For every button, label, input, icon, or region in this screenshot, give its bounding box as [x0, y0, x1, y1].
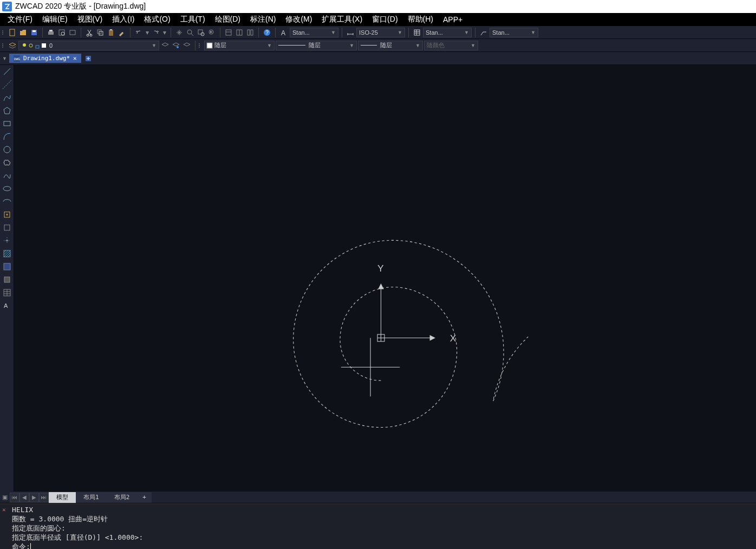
zoom-previous-icon[interactable] — [207, 28, 217, 37]
cut-icon[interactable] — [84, 28, 94, 37]
tab-layout1[interactable]: 布局1 — [76, 492, 107, 503]
table-style-icon[interactable] — [412, 28, 422, 37]
new-icon[interactable] — [8, 28, 17, 37]
svg-rect-23 — [247, 30, 250, 35]
insert-block-icon[interactable] — [2, 209, 12, 220]
svg-point-46 — [3, 186, 11, 191]
print-preview-icon[interactable] — [57, 28, 67, 37]
pan-icon[interactable] — [174, 28, 184, 37]
print-icon[interactable] — [46, 28, 56, 37]
text-style-combo[interactable]: Stan...▼ — [290, 28, 338, 37]
tab-model[interactable]: 模型 — [49, 492, 76, 503]
linetype-combo[interactable]: 随层▼ — [276, 41, 357, 50]
toolbar-grip[interactable] — [2, 43, 5, 48]
make-block-icon[interactable] — [2, 222, 12, 233]
tab-last-icon[interactable]: ⏭ — [39, 493, 49, 502]
tab-first-icon[interactable]: ⏮ — [10, 493, 19, 502]
command-input[interactable] — [31, 542, 753, 549]
svg-text:A: A — [281, 29, 285, 37]
match-props-icon[interactable] — [117, 28, 127, 37]
polyline-icon[interactable] — [2, 92, 12, 103]
dim-style-combo[interactable]: ISO-25▼ — [356, 28, 405, 37]
save-icon[interactable] — [29, 28, 39, 37]
close-icon[interactable]: ✕ — [73, 55, 77, 62]
ellipse-arc-icon[interactable] — [2, 196, 12, 207]
mtext-icon[interactable]: A — [2, 300, 12, 311]
copy-icon[interactable] — [95, 28, 105, 37]
toolbar-grip[interactable] — [2, 30, 5, 35]
layer-manager-icon[interactable] — [8, 41, 17, 50]
menu-window[interactable]: 窗口(D) — [368, 14, 402, 25]
ellipse-icon[interactable] — [2, 183, 12, 194]
table-style-value: Stan... — [426, 29, 443, 36]
menu-edit[interactable]: 编辑(E) — [38, 14, 72, 25]
menu-file[interactable]: 文件(F) — [3, 14, 37, 25]
xline-icon[interactable] — [2, 79, 12, 90]
tab-add[interactable]: + — [137, 492, 152, 503]
color-combo[interactable]: 随层▼ — [204, 41, 275, 50]
menu-dimension[interactable]: 标注(N) — [246, 14, 280, 25]
open-icon[interactable] — [18, 28, 28, 37]
region-icon[interactable] — [2, 274, 12, 285]
properties-icon[interactable] — [224, 28, 233, 37]
arc-icon[interactable] — [2, 131, 12, 142]
polygon-icon[interactable] — [2, 105, 12, 116]
mleader-style-icon[interactable] — [479, 28, 488, 37]
redo-dropdown-icon[interactable]: ▾ — [162, 28, 167, 37]
layer-combo[interactable]: 0 ▼ — [18, 41, 159, 50]
menu-draw[interactable]: 绘图(D) — [211, 14, 245, 25]
dim-style-icon[interactable] — [346, 28, 355, 37]
menu-view[interactable]: 视图(V) — [73, 14, 107, 25]
publish-icon[interactable] — [68, 28, 77, 37]
layer-iso-icon[interactable] — [182, 41, 192, 50]
svg-rect-4 — [49, 30, 53, 31]
revcloud-icon[interactable] — [2, 157, 12, 168]
zoom-realtime-icon[interactable] — [185, 28, 195, 37]
menu-app[interactable]: APP+ — [439, 14, 467, 25]
menu-help[interactable]: 帮助(H) — [403, 14, 438, 25]
menu-format[interactable]: 格式(O) — [140, 14, 174, 25]
lineweight-combo[interactable]: 随层▼ — [358, 41, 423, 50]
hatch-icon[interactable] — [2, 248, 12, 259]
toolbar-grip[interactable] — [199, 43, 202, 48]
point-icon[interactable] — [2, 235, 12, 246]
undo-dropdown-icon[interactable]: ▾ — [145, 28, 150, 37]
gradient-icon[interactable] — [2, 261, 12, 272]
layer-prev-icon[interactable] — [160, 41, 170, 50]
tab-prev-icon[interactable]: ◀ — [19, 493, 29, 502]
table-style-combo[interactable]: Stan...▼ — [423, 28, 472, 37]
circle-icon[interactable] — [2, 144, 12, 155]
menu-tools[interactable]: 工具(T) — [176, 14, 210, 25]
main-area: A X Y — [0, 65, 756, 492]
text-style-icon[interactable]: A — [279, 28, 289, 37]
plotstyle-combo[interactable]: 随颜色▼ — [424, 41, 478, 50]
undo-icon[interactable] — [134, 28, 144, 37]
zoom-window-icon[interactable] — [196, 28, 206, 37]
paste-icon[interactable] — [106, 28, 116, 37]
line-icon[interactable] — [2, 66, 12, 77]
drawing-canvas[interactable]: X Y — [14, 65, 756, 492]
tab-next-icon[interactable]: ▶ — [29, 493, 39, 502]
help-icon[interactable]: ? — [262, 28, 272, 37]
svg-rect-19 — [226, 30, 231, 35]
document-tab[interactable]: DWG Drawing1.dwg* ✕ — [9, 54, 81, 63]
menu-insert[interactable]: 插入(I) — [108, 14, 139, 25]
spline-icon[interactable] — [2, 170, 12, 181]
mleader-style-combo[interactable]: Stan...▼ — [490, 28, 538, 37]
menu-express[interactable]: 扩展工具(X) — [317, 14, 367, 25]
svg-rect-48 — [4, 225, 10, 230]
svg-line-42 — [3, 80, 11, 89]
table-icon[interactable] — [2, 287, 12, 298]
rectangle-icon[interactable] — [2, 118, 12, 129]
tab-layout2[interactable]: 布局2 — [107, 492, 138, 503]
new-tab-icon[interactable] — [83, 54, 93, 63]
doc-tab-dropdown-icon[interactable]: ▼ — [2, 56, 7, 61]
color-swatch-icon — [41, 42, 47, 49]
design-center-icon[interactable] — [234, 28, 244, 37]
tab-menu-icon[interactable]: ▣ — [2, 494, 8, 501]
layer-states-icon[interactable] — [171, 41, 181, 50]
cmd-close-icon[interactable]: ✕ — [2, 505, 6, 514]
redo-icon[interactable] — [151, 28, 161, 37]
tool-palette-icon[interactable] — [245, 28, 255, 37]
menu-modify[interactable]: 修改(M) — [281, 14, 316, 25]
